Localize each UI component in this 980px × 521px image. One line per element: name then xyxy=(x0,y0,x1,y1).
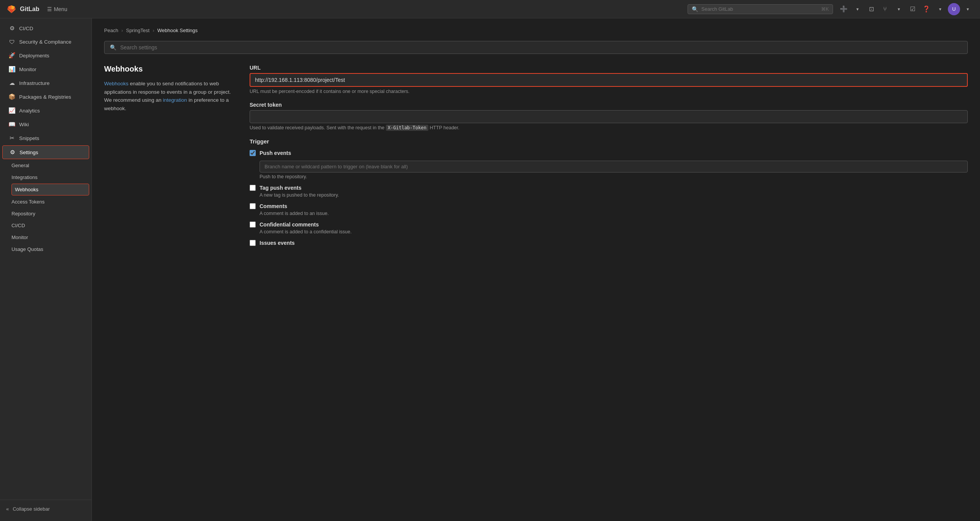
trigger-issues-events: Issues events xyxy=(250,240,968,246)
user-dropdown[interactable]: ▾ xyxy=(962,3,974,15)
global-search[interactable]: 🔍 ⌘K xyxy=(688,4,833,14)
tag-push-label[interactable]: Tag push events xyxy=(260,185,301,191)
search-input[interactable] xyxy=(701,6,818,12)
url-hint: URL must be percent-encoded if it contai… xyxy=(250,89,968,94)
view-toggle-button[interactable]: ⊡ xyxy=(865,3,877,15)
confidential-comments-checkbox[interactable] xyxy=(250,221,256,228)
secret-token-label: Secret token xyxy=(250,102,968,108)
sidebar-sub-integrations[interactable]: Integrations xyxy=(11,172,89,183)
gitlab-logo[interactable]: GitLab xyxy=(6,4,39,15)
menu-button[interactable]: ☰ Menu xyxy=(44,5,70,14)
sidebar-sub-general[interactable]: General xyxy=(11,160,89,171)
tag-push-desc: A new tag is pushed to the repository. xyxy=(260,192,968,198)
webhooks-section: Webhooks Webhooks enable you to send not… xyxy=(104,65,968,254)
sidebar-sub-usage-quotas[interactable]: Usage Quotas xyxy=(11,244,89,255)
breadcrumb-peach[interactable]: Peach xyxy=(104,28,118,33)
top-nav-icons: ➕ ▾ ⊡ ⑂ ▾ ☑ ❓ ▾ U ▾ xyxy=(838,3,974,15)
push-events-branch-input[interactable] xyxy=(260,161,968,173)
cicd-icon: ⚙ xyxy=(8,25,15,32)
sidebar-item-label: Settings xyxy=(20,150,38,155)
sidebar-item-label: CI/CD xyxy=(19,26,33,31)
confidential-comments-desc: A comment is added to a confidential iss… xyxy=(260,229,968,234)
collapse-sidebar-button[interactable]: « Collapse sidebar xyxy=(0,503,91,515)
trigger-confidential-comments: Confidential comments A comment is added… xyxy=(250,221,968,234)
sidebar-item-infrastructure[interactable]: ☁ Infrastructure xyxy=(2,77,89,90)
packages-icon: 📦 xyxy=(8,93,15,100)
sidebar-item-label: Security & Compliance xyxy=(19,39,72,45)
webhooks-form: URL URL must be percent-encoded if it co… xyxy=(250,65,968,254)
issues-events-label[interactable]: Issues events xyxy=(260,240,295,246)
sidebar-sub-access-tokens[interactable]: Access Tokens xyxy=(11,196,89,207)
sidebar-sub-repository[interactable]: Repository xyxy=(11,208,89,219)
comments-checkbox[interactable] xyxy=(250,203,256,209)
webhooks-link[interactable]: Webhooks xyxy=(104,81,129,86)
trigger-tag-push: Tag push events A new tag is pushed to t… xyxy=(250,185,968,198)
sidebar-item-monitor[interactable]: 📊 Monitor xyxy=(2,63,89,76)
sidebar-sub-monitor[interactable]: Monitor xyxy=(11,232,89,243)
wiki-icon: 📖 xyxy=(8,121,15,128)
confidential-comments-label[interactable]: Confidential comments xyxy=(260,221,319,228)
merge-requests-dropdown[interactable]: ▾ xyxy=(893,3,905,15)
hamburger-icon: ☰ xyxy=(47,6,52,12)
push-events-desc: Push to the repository. xyxy=(260,174,968,179)
merge-requests-button[interactable]: ⑂ xyxy=(879,3,891,15)
sidebar-sub-webhooks[interactable]: Webhooks xyxy=(11,184,89,195)
search-kbd: ⌘K xyxy=(821,7,829,12)
gitlab-fox-icon xyxy=(6,4,17,15)
webhooks-title: Webhooks xyxy=(104,65,234,73)
tag-push-checkbox[interactable] xyxy=(250,185,256,191)
issues-button[interactable]: ☑ xyxy=(906,3,919,15)
url-input[interactable] xyxy=(250,73,968,87)
breadcrumb-sep-2: › xyxy=(153,28,154,33)
breadcrumb: Peach › SpringTest › Webhook Settings xyxy=(104,28,968,33)
breadcrumb-springtest[interactable]: SpringTest xyxy=(126,28,149,33)
trigger-comments: Comments A comment is added to an issue. xyxy=(250,203,968,216)
top-navigation: GitLab ☰ Menu 🔍 ⌘K ➕ ▾ ⊡ ⑂ ▾ ☑ ❓ ▾ U ▾ xyxy=(0,0,980,18)
sidebar-item-packages[interactable]: 📦 Packages & Registries xyxy=(2,90,89,103)
settings-search[interactable]: 🔍 xyxy=(104,41,968,54)
infrastructure-icon: ☁ xyxy=(8,80,15,86)
comments-label[interactable]: Comments xyxy=(260,203,287,209)
comments-desc: A comment is added to an issue. xyxy=(260,211,968,216)
sidebar-item-analytics[interactable]: 📈 Analytics xyxy=(2,104,89,117)
help-dropdown[interactable]: ▾ xyxy=(934,3,946,15)
help-button[interactable]: ❓ xyxy=(920,3,933,15)
push-events-label[interactable]: Push events xyxy=(260,150,291,156)
webhooks-desc-text: Webhooks enable you to send notification… xyxy=(104,80,234,112)
sidebar-item-label: Infrastructure xyxy=(19,80,50,86)
sidebar-item-settings[interactable]: ⚙ Settings xyxy=(2,145,89,159)
sidebar-item-deployments[interactable]: 🚀 Deployments xyxy=(2,49,89,62)
push-events-checkbox[interactable] xyxy=(250,150,256,156)
webhooks-description: Webhooks Webhooks enable you to send not… xyxy=(104,65,234,254)
settings-search-input[interactable] xyxy=(120,44,962,50)
sidebar-item-label: Wiki xyxy=(19,122,29,127)
sidebar-item-snippets[interactable]: ✂ Snippets xyxy=(2,132,89,145)
analytics-icon: 📈 xyxy=(8,107,15,114)
secret-token-hint: Used to validate received payloads. Sent… xyxy=(250,125,968,130)
new-item-dropdown[interactable]: ▾ xyxy=(851,3,864,15)
sidebar-item-wiki[interactable]: 📖 Wiki xyxy=(2,118,89,131)
sidebar-item-cicd[interactable]: ⚙ CI/CD xyxy=(2,22,89,35)
secret-token-group: Secret token Used to validate received p… xyxy=(250,102,968,130)
security-icon: 🛡 xyxy=(8,39,15,45)
issues-events-checkbox[interactable] xyxy=(250,240,256,246)
sidebar-item-label: Monitor xyxy=(19,67,36,72)
sidebar-item-label: Packages & Registries xyxy=(19,94,71,100)
sidebar-item-security[interactable]: 🛡 Security & Compliance xyxy=(2,36,89,48)
sidebar-item-label: Deployments xyxy=(19,53,49,59)
url-label: URL xyxy=(250,65,968,71)
breadcrumb-sep-1: › xyxy=(121,28,123,33)
settings-icon: ⚙ xyxy=(9,149,16,156)
breadcrumb-current: Webhook Settings xyxy=(157,28,198,33)
new-item-button[interactable]: ➕ xyxy=(838,3,850,15)
sidebar: ⚙ CI/CD 🛡 Security & Compliance 🚀 Deploy… xyxy=(0,18,92,521)
sidebar-item-label: Analytics xyxy=(19,108,40,114)
sidebar-item-label: Snippets xyxy=(19,135,39,141)
trigger-heading: Trigger xyxy=(250,138,968,145)
sidebar-sub-cicd[interactable]: CI/CD xyxy=(11,220,89,231)
integration-link[interactable]: integration xyxy=(163,97,187,103)
secret-token-input[interactable] xyxy=(250,110,968,123)
user-avatar[interactable]: U xyxy=(948,3,960,15)
main-content: Peach › SpringTest › Webhook Settings 🔍 … xyxy=(92,18,980,521)
trigger-group: Trigger Push events Push to the reposito… xyxy=(250,138,968,246)
